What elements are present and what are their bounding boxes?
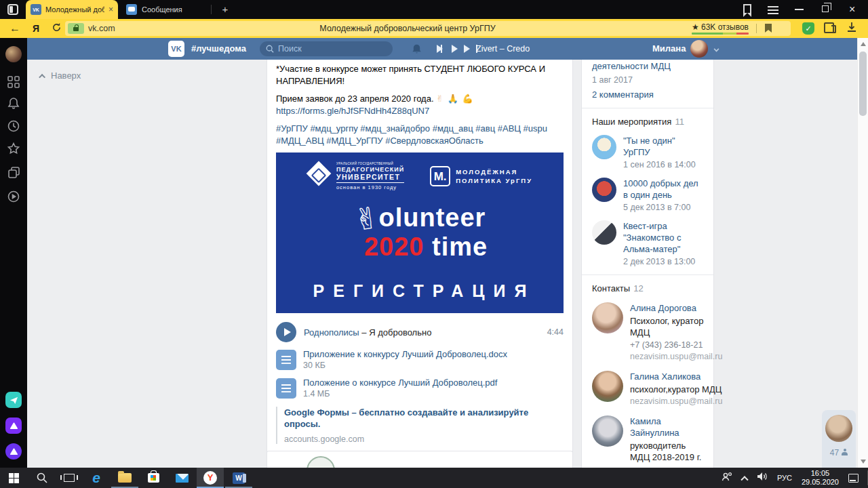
secure-lock-icon[interactable]: [68, 23, 84, 34]
services-grid-icon[interactable]: [7, 75, 20, 89]
player-next-icon[interactable]: [464, 45, 470, 53]
event-title-link[interactable]: Квест-игра "Знакомство с Альма-матер": [623, 220, 703, 255]
contact-item[interactable]: Камила Зайнуллина руководитель МДЦ 2018-…: [592, 415, 703, 463]
tab-vk-group[interactable]: VK Молодежный добровол ×: [26, 0, 118, 19]
post-image-banner[interactable]: УРАЛЬСКИЙ ГОСУДАРСТВЕННЫЙ ПЕДАГОГИЧЕСКИЙ…: [276, 152, 564, 313]
contact-name-link[interactable]: Камила Зайнуллина: [630, 415, 703, 439]
post-hashtags[interactable]: #УрГПУ #мдц_ургпу #мдц_знайдобро #мдц_ав…: [276, 123, 564, 147]
doc-name-link[interactable]: Приложение к конкурсу Лучший Доброволец.…: [303, 349, 507, 360]
action-center-icon[interactable]: [848, 474, 859, 483]
event-item[interactable]: Квест-игра "Знакомство с Альма-матер" 2 …: [592, 220, 703, 266]
yandex-logo[interactable]: Я: [33, 22, 39, 35]
page-scrollbar[interactable]: [857, 38, 868, 468]
contact-avatar[interactable]: [592, 302, 623, 333]
window-restore-button[interactable]: [822, 5, 829, 12]
contacts-header[interactable]: Контакты12: [592, 283, 703, 293]
header-search[interactable]: [260, 41, 393, 56]
contact-name-link[interactable]: Галина Халикова: [630, 371, 722, 382]
audio-play-button[interactable]: [276, 322, 296, 342]
event-avatar[interactable]: [592, 220, 616, 245]
word-button[interactable]: W: [225, 468, 252, 488]
back-to-top-link[interactable]: Наверх: [41, 70, 81, 81]
vk-logo[interactable]: VK: [168, 41, 184, 57]
task-view-button[interactable]: [56, 468, 83, 488]
reload-icon[interactable]: [52, 22, 62, 35]
event-avatar[interactable]: [592, 135, 616, 159]
messenger-app-icon[interactable]: [5, 392, 22, 408]
audio-artist-link[interactable]: Роднополисы: [304, 327, 359, 338]
event-title-link[interactable]: "Ты не один" УрГПУ: [623, 135, 703, 158]
doc-name-link[interactable]: Положение о конкурсе Лучший Доброволец.p…: [303, 378, 497, 388]
audio-attachment[interactable]: Роднополисы – Я добровольно 4:44: [276, 322, 564, 342]
now-playing-track[interactable]: Zivert – Credo: [476, 38, 530, 60]
download-icon[interactable]: [846, 22, 857, 36]
link-preview[interactable]: Google Формы – бесплатно создавайте и ан…: [276, 407, 564, 444]
player-play-icon[interactable]: [452, 45, 458, 53]
browser-menu-icon[interactable]: [768, 6, 778, 7]
online-friends-widget[interactable]: 47: [822, 410, 856, 468]
search-input[interactable]: [278, 44, 380, 54]
window-close-button[interactable]: ×: [849, 2, 855, 17]
taskbar-clock[interactable]: 16:05 29.05.2020: [802, 469, 839, 487]
scroll-up-arrow[interactable]: [861, 42, 866, 46]
player-prev-icon[interactable]: [437, 45, 443, 53]
scrollbar-thumb[interactable]: [859, 52, 867, 116]
link-preview-title[interactable]: Google Формы – бесплатно создавайте и ан…: [284, 407, 564, 430]
url-text[interactable]: vk.com: [88, 21, 115, 36]
contact-item[interactable]: Галина Халикова психолог,куратор МДЦ nez…: [592, 371, 703, 407]
window-minimize-button[interactable]: [795, 9, 804, 10]
tab-groups-icon[interactable]: [7, 4, 18, 15]
bookmarks-panel-icon[interactable]: [743, 4, 751, 14]
tab-close-icon[interactable]: ×: [108, 5, 113, 14]
event-item[interactable]: 10000 добрых дел в один день 5 дек 2013 …: [592, 178, 703, 212]
header-user-name[interactable]: Милана: [652, 38, 686, 60]
audio-title: Роднополисы – Я добровольно: [304, 327, 547, 338]
contact-avatar[interactable]: [592, 371, 623, 402]
friend-avatar[interactable]: [825, 415, 852, 442]
protect-shield-icon[interactable]: ✓: [802, 22, 814, 35]
chevron-down-icon[interactable]: [714, 47, 719, 52]
history-clock-icon[interactable]: [7, 119, 20, 133]
collections-icon[interactable]: [824, 22, 834, 33]
contact-avatar[interactable]: [592, 415, 623, 447]
event-title-link[interactable]: 10000 добрых дел в один день: [623, 178, 703, 201]
doc-attachment[interactable]: Положение о конкурсе Лучший Доброволец.p…: [276, 378, 564, 399]
event-item[interactable]: "Ты не один" УрГПУ 1 сен 2016 в 14:00: [592, 135, 703, 169]
bookmark-icon[interactable]: [765, 24, 772, 33]
tab-messages[interactable]: Сообщения: [121, 0, 208, 19]
mail-button[interactable]: [168, 468, 195, 488]
tabs-panel-icon[interactable]: [7, 166, 20, 180]
start-button[interactable]: [0, 468, 27, 488]
notifications-bell-icon[interactable]: [411, 43, 422, 58]
alice-assistant-icon[interactable]: [5, 443, 22, 460]
reviews-badge[interactable]: ★ 63K отзывов: [692, 22, 749, 35]
post-forms-link[interactable]: https://forms.gle/hJfSFNdHh4Z88qUN7: [276, 105, 564, 117]
scroll-down-arrow[interactable]: [861, 460, 866, 464]
favorites-star-icon[interactable]: [7, 142, 20, 155]
address-bar[interactable]: vk.com Молодежный добровольческий центр …: [65, 21, 791, 36]
edge-button[interactable]: e: [83, 468, 110, 488]
doc-attachment[interactable]: Приложение к конкурсу Лучший Доброволец.…: [276, 349, 564, 371]
event-avatar[interactable]: [592, 178, 616, 202]
taskbar-search-button[interactable]: [28, 468, 56, 488]
profile-avatar[interactable]: [5, 46, 22, 62]
events-header[interactable]: Наши мероприятия11: [592, 117, 703, 127]
header-user-avatar[interactable]: [690, 40, 708, 58]
notifications-bell-icon[interactable]: [7, 96, 20, 110]
file-explorer-button[interactable]: [111, 468, 138, 488]
store-button[interactable]: [140, 468, 167, 488]
volume-icon[interactable]: [757, 472, 768, 484]
pinned-post-link[interactable]: деятельности МДЦ: [592, 60, 703, 72]
people-tray-icon[interactable]: [722, 472, 732, 484]
contact-item[interactable]: Алина Дорогова Психолог, куратор МДЦ +7 …: [592, 302, 703, 362]
pinned-comments-link[interactable]: 2 комментария: [592, 89, 703, 100]
contact-name-link[interactable]: Алина Дорогова: [630, 302, 722, 314]
header-hashtag-link[interactable]: #лучшедома: [191, 38, 246, 60]
yandex-browser-button[interactable]: Y: [197, 468, 224, 488]
collections-app-icon[interactable]: [5, 418, 22, 434]
back-button[interactable]: ←: [9, 20, 20, 37]
language-indicator[interactable]: РУС: [777, 474, 792, 482]
video-player-icon[interactable]: [7, 190, 20, 203]
new-tab-button[interactable]: +: [217, 0, 233, 19]
tray-expand-chevron[interactable]: [741, 476, 748, 483]
